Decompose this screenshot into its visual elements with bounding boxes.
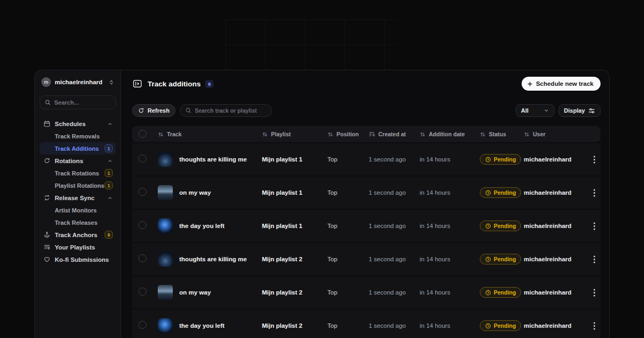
sidebar-item-kofi-submissions[interactable]: Ko-fi Submissions bbox=[40, 253, 116, 266]
track-name: thoughts are killing me bbox=[179, 156, 247, 163]
row-menu-button[interactable] bbox=[587, 219, 601, 233]
row-checkbox[interactable] bbox=[138, 155, 147, 163]
album-art bbox=[158, 285, 173, 300]
plus-icon bbox=[527, 81, 533, 87]
row-menu-button[interactable] bbox=[587, 285, 601, 299]
display-button[interactable]: Display bbox=[559, 104, 601, 117]
status-badge: Pending bbox=[480, 187, 521, 198]
column-header-status[interactable]: Status bbox=[480, 131, 524, 137]
table-search-input[interactable] bbox=[195, 107, 267, 114]
row-menu-button[interactable] bbox=[587, 152, 601, 166]
sync-icon bbox=[43, 194, 50, 201]
clock-icon bbox=[485, 190, 491, 196]
sidebar-section-schedules[interactable]: Schedules bbox=[40, 117, 116, 130]
column-header-playlist[interactable]: Playlist bbox=[262, 131, 327, 137]
row-checkbox[interactable] bbox=[138, 321, 147, 329]
chevron-up-icon bbox=[107, 195, 113, 201]
sidebar-item-track-removals[interactable]: Track Removals bbox=[40, 130, 116, 142]
sidebar-search-input[interactable] bbox=[54, 99, 111, 106]
playlist-icon bbox=[43, 244, 50, 251]
button-label: Display bbox=[564, 107, 585, 114]
row-checkbox[interactable] bbox=[138, 288, 147, 296]
sidebar-search[interactable] bbox=[40, 95, 116, 109]
app-window: m michaelreinhard Schedules bbox=[34, 70, 610, 338]
position-cell: Top bbox=[327, 189, 369, 196]
sidebar-item-track-anchors[interactable]: Track Anchors 9 bbox=[40, 229, 116, 241]
status-label: Pending bbox=[494, 189, 516, 196]
user-menu[interactable]: m michaelreinhard bbox=[40, 76, 116, 89]
created-at-cell: 1 second ago bbox=[369, 256, 420, 262]
heart-icon bbox=[43, 256, 50, 263]
item-label: Artist Monitors bbox=[55, 207, 97, 214]
row-checkbox[interactable] bbox=[138, 254, 147, 262]
toolbar: Refresh All Display bbox=[132, 104, 601, 117]
position-cell: Top bbox=[327, 322, 369, 329]
sort-desc-icon bbox=[369, 131, 375, 137]
row-menu-button[interactable] bbox=[587, 252, 601, 266]
clock-icon bbox=[485, 323, 491, 329]
filter-value: All bbox=[521, 107, 529, 114]
row-menu-button[interactable] bbox=[587, 186, 601, 200]
sidebar: m michaelreinhard Schedules bbox=[35, 70, 121, 338]
column-header-addition-date[interactable]: Addition date bbox=[420, 131, 480, 137]
status-cell: Pending bbox=[480, 154, 524, 165]
sliders-icon bbox=[588, 107, 595, 114]
sidebar-item-track-rotations[interactable]: Track Rotations 1 bbox=[40, 167, 116, 179]
actions-cell bbox=[586, 186, 601, 200]
status-badge: Pending bbox=[480, 254, 521, 264]
status-cell: Pending bbox=[480, 320, 524, 331]
actions-cell bbox=[586, 319, 601, 333]
position-cell: Top bbox=[327, 156, 369, 163]
sidebar-section-rotations[interactable]: Rotations bbox=[40, 155, 116, 167]
table-search[interactable] bbox=[180, 104, 272, 117]
row-checkbox[interactable] bbox=[138, 221, 147, 229]
anchor-icon bbox=[43, 231, 50, 238]
header-checkbox-cell bbox=[138, 130, 158, 138]
playlist-cell: Mijn playlist 2 bbox=[262, 289, 327, 296]
created-at-cell: 1 second ago bbox=[369, 322, 420, 329]
sidebar-item-track-additions[interactable]: Track Additions 1 bbox=[40, 142, 116, 155]
kebab-icon bbox=[594, 225, 595, 227]
created-at-cell: 1 second ago bbox=[369, 289, 420, 296]
playlist-cell: Mijn playlist 1 bbox=[262, 223, 327, 229]
actions-cell bbox=[586, 152, 601, 166]
user-cell: michaelreinhard bbox=[524, 189, 586, 196]
sidebar-section-release-sync[interactable]: Release Sync bbox=[40, 192, 116, 204]
selector-icon bbox=[108, 79, 114, 85]
column-label: Addition date bbox=[429, 131, 465, 137]
column-header-created-at[interactable]: Created at bbox=[369, 131, 420, 137]
select-all-checkbox[interactable] bbox=[138, 130, 147, 138]
filter-select[interactable]: All bbox=[516, 104, 554, 117]
status-badge: Pending bbox=[480, 287, 521, 298]
clock-icon bbox=[485, 223, 491, 229]
sort-icon bbox=[262, 131, 268, 137]
sidebar-item-track-releases[interactable]: Track Releases bbox=[40, 216, 116, 229]
page-count-badge: 9 bbox=[205, 80, 214, 88]
actions-cell bbox=[586, 252, 601, 266]
row-checkbox[interactable] bbox=[138, 188, 147, 196]
addition-date-cell: in 14 hours bbox=[420, 256, 480, 262]
column-header-position[interactable]: Position bbox=[327, 131, 369, 137]
position-cell: Top bbox=[327, 256, 369, 262]
column-label: Track bbox=[167, 131, 181, 137]
column-header-track[interactable]: Track bbox=[158, 131, 262, 137]
column-header-user[interactable]: User bbox=[524, 131, 586, 137]
addition-date-cell: in 14 hours bbox=[420, 322, 480, 329]
row-menu-button[interactable] bbox=[587, 319, 601, 333]
sidebar-item-your-playlists[interactable]: Your Playlists bbox=[40, 241, 116, 253]
status-cell: Pending bbox=[480, 254, 524, 264]
sidebar-item-playlist-rotations[interactable]: Playlist Rotations 1 bbox=[40, 179, 116, 192]
track-additions-icon bbox=[132, 78, 143, 89]
sidebar-item-artist-monitors[interactable]: Artist Monitors bbox=[40, 204, 116, 216]
schedule-new-track-button[interactable]: Schedule new track bbox=[522, 77, 601, 91]
addition-date-cell: in 14 hours bbox=[420, 289, 480, 296]
item-label: Track Anchors bbox=[55, 232, 97, 238]
user-cell: michaelreinhard bbox=[524, 289, 586, 296]
playlist-cell: Mijn playlist 1 bbox=[262, 189, 327, 196]
sort-icon bbox=[524, 131, 530, 137]
album-art bbox=[158, 318, 173, 333]
actions-cell bbox=[586, 219, 601, 233]
track-name: on my way bbox=[179, 289, 211, 296]
refresh-button[interactable]: Refresh bbox=[132, 104, 175, 117]
track-cell: thoughts are killing me bbox=[158, 252, 262, 267]
